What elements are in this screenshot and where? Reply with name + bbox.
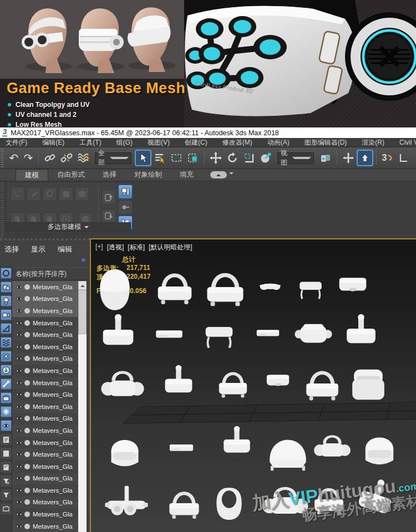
modifier-up-icon[interactable] bbox=[102, 190, 116, 204]
panel-title[interactable]: 多边形建模 bbox=[6, 222, 131, 232]
viewport-model[interactable] bbox=[105, 486, 148, 515]
ribbon-tab[interactable]: 自由形式 bbox=[48, 169, 94, 181]
redo-button[interactable]: ↷ bbox=[21, 150, 35, 166]
visibility-eye-icon[interactable] bbox=[16, 308, 23, 314]
viewport-model[interactable] bbox=[206, 327, 233, 348]
name-column-header[interactable]: 名称(按升序排序) bbox=[12, 267, 90, 280]
selectability-dot-icon[interactable] bbox=[24, 284, 30, 290]
menu-item[interactable]: 修改器(M) bbox=[222, 138, 252, 147]
viewport-model[interactable] bbox=[352, 370, 384, 400]
viewport-model[interactable] bbox=[111, 440, 139, 466]
selectability-dot-icon[interactable] bbox=[24, 296, 30, 301]
scene-object-row[interactable]: Metavers_Gla bbox=[12, 461, 78, 473]
selectability-dot-icon[interactable] bbox=[24, 404, 30, 410]
viewport-model[interactable] bbox=[224, 426, 250, 453]
visibility-eye-icon[interactable] bbox=[16, 355, 23, 362]
unlink-selection-icon[interactable] bbox=[58, 150, 75, 166]
selection-filter-dropdown[interactable]: 全部 bbox=[95, 152, 131, 164]
viewport-model[interactable] bbox=[260, 284, 280, 290]
visibility-eye-icon[interactable] bbox=[16, 295, 23, 302]
visibility-eye-icon[interactable] bbox=[16, 391, 23, 398]
scene-object-row[interactable]: Metavers_Gla bbox=[12, 317, 78, 329]
frozen-filter-icon[interactable] bbox=[1, 420, 12, 431]
ribbon-tab[interactable]: 选择 bbox=[94, 169, 125, 181]
visibility-eye-icon[interactable] bbox=[16, 380, 23, 386]
selectability-dot-icon[interactable] bbox=[24, 332, 30, 337]
scrollbar-thumb[interactable] bbox=[78, 290, 87, 334]
scene-object-row[interactable]: Metavers_Gla bbox=[12, 520, 78, 532]
viewport-model[interactable] bbox=[101, 371, 144, 396]
toolbar-drag-handle[interactable] bbox=[1, 149, 4, 168]
menu-item[interactable]: 组(G) bbox=[116, 138, 133, 147]
visibility-eye-icon[interactable] bbox=[16, 427, 23, 434]
viewport-model[interactable] bbox=[257, 330, 279, 336]
explorer-menu-item[interactable]: 选择 bbox=[4, 244, 19, 254]
scene-object-row[interactable]: Metavers_Gla bbox=[12, 424, 78, 437]
viewport-model[interactable] bbox=[347, 314, 376, 344]
selectability-dot-icon[interactable] bbox=[24, 499, 30, 505]
selectability-dot-icon[interactable] bbox=[24, 524, 30, 529]
visibility-eye-icon[interactable] bbox=[16, 439, 23, 446]
select-and-link-icon[interactable] bbox=[42, 150, 58, 166]
selectability-dot-icon[interactable] bbox=[24, 511, 30, 517]
viewport-model[interactable] bbox=[306, 371, 338, 401]
selectability-dot-icon[interactable] bbox=[24, 416, 30, 421]
select-and-manipulate-button[interactable] bbox=[257, 150, 274, 166]
new-folder-icon[interactable] bbox=[1, 503, 12, 514]
selectability-dot-icon[interactable] bbox=[24, 320, 30, 326]
snap-mode-button[interactable] bbox=[357, 150, 373, 166]
scene-object-row[interactable]: Metavers_Gla bbox=[12, 281, 78, 293]
visibility-eye-icon[interactable] bbox=[16, 523, 23, 530]
properties-list-icon[interactable] bbox=[1, 462, 12, 473]
selectability-dot-icon[interactable] bbox=[24, 308, 30, 314]
viewport-model[interactable] bbox=[100, 269, 129, 310]
explorer-menu-item[interactable]: 显示 bbox=[31, 244, 45, 254]
selectability-dot-icon[interactable] bbox=[24, 475, 30, 481]
show-end-result-icon[interactable] bbox=[118, 185, 133, 199]
select-and-place-button[interactable] bbox=[340, 150, 357, 166]
scene-object-row[interactable]: Metavers_Gla bbox=[12, 377, 78, 389]
edge-mode-icon[interactable] bbox=[27, 187, 41, 201]
scene-object-row[interactable]: Metavers_Gla bbox=[12, 365, 78, 377]
menu-item[interactable]: 视图(V) bbox=[148, 138, 170, 147]
scene-object-row[interactable]: Metavers_Gla bbox=[12, 484, 78, 497]
selectability-dot-icon[interactable] bbox=[24, 440, 30, 446]
border-mode-icon[interactable] bbox=[43, 187, 57, 201]
viewport-model[interactable] bbox=[366, 437, 393, 464]
scene-object-row[interactable]: Metavers_Gla bbox=[12, 293, 78, 305]
undo-button[interactable]: ↶ bbox=[7, 150, 21, 166]
select-and-rotate-button[interactable] bbox=[224, 150, 241, 166]
visibility-eye-icon[interactable] bbox=[16, 451, 23, 458]
select-and-scale-button[interactable] bbox=[241, 150, 257, 166]
xrefs-filter-icon[interactable] bbox=[1, 365, 12, 376]
selectability-dot-icon[interactable] bbox=[24, 380, 30, 386]
scene-object-row[interactable]: Metavers_Gla bbox=[12, 388, 78, 401]
menu-item[interactable]: Civil V bbox=[399, 139, 416, 146]
helpers-filter-icon[interactable] bbox=[1, 323, 12, 334]
visibility-eye-icon[interactable] bbox=[16, 511, 23, 518]
geometry-filter-icon[interactable] bbox=[1, 268, 12, 279]
scene-object-row[interactable]: Metavers_Gla bbox=[12, 508, 78, 520]
viewport-model[interactable] bbox=[267, 375, 289, 386]
groups-filter-icon[interactable] bbox=[1, 351, 12, 362]
visibility-eye-icon[interactable] bbox=[16, 475, 23, 482]
scene-object-row[interactable]: Metavers_Gla bbox=[12, 401, 78, 413]
selectability-dot-icon[interactable] bbox=[24, 452, 30, 457]
window-crossing-toggle-button[interactable] bbox=[185, 150, 201, 166]
scene-object-row[interactable]: Metavers_Gla bbox=[12, 448, 78, 461]
lights-filter-icon[interactable] bbox=[1, 295, 12, 306]
selection-set-list-icon[interactable] bbox=[1, 434, 12, 445]
menu-item[interactable]: 文件(F) bbox=[6, 138, 27, 147]
menu-item[interactable]: 图形编辑器(D) bbox=[305, 138, 347, 147]
ribbon-tab[interactable]: 对象绘制 bbox=[125, 169, 171, 181]
visibility-eye-icon[interactable] bbox=[16, 487, 23, 494]
viewport-model[interactable] bbox=[169, 492, 199, 519]
ribbon-minimize-button[interactable] bbox=[210, 171, 227, 178]
scene-object-row[interactable]: Metavers_Gla bbox=[12, 329, 78, 341]
filter-icon[interactable] bbox=[1, 489, 12, 500]
visibility-eye-icon[interactable] bbox=[16, 320, 23, 326]
angle-snap-toggle-button[interactable] bbox=[396, 150, 410, 166]
viewport-model[interactable] bbox=[207, 273, 243, 306]
viewport-model[interactable] bbox=[339, 278, 367, 291]
visibility-eye-icon[interactable] bbox=[16, 284, 23, 290]
